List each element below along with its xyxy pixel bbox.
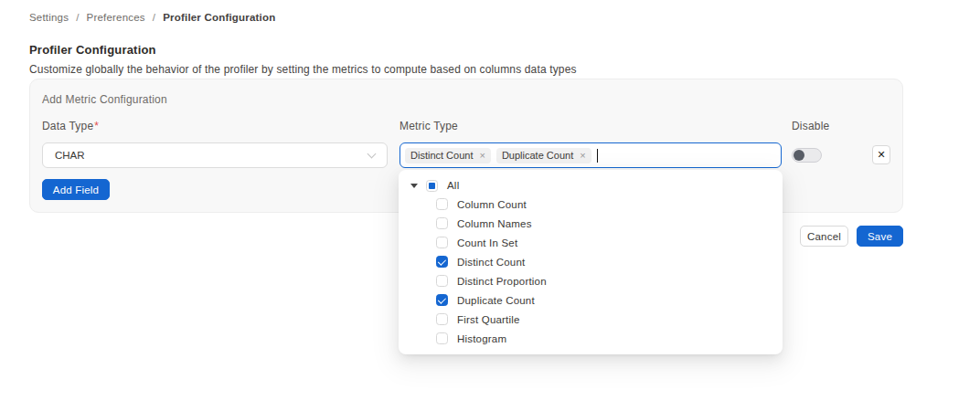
add-field-button[interactable]: Add Field — [42, 179, 110, 200]
dropdown-option[interactable]: Histogram — [399, 329, 783, 348]
dropdown-option-label: Column Names — [457, 218, 532, 229]
checkbox-checked[interactable] — [436, 294, 448, 306]
metric-tag: Distinct Count× — [405, 148, 491, 163]
toggle-knob — [794, 150, 804, 161]
disable-toggle[interactable] — [792, 148, 822, 163]
save-button[interactable]: Save — [857, 226, 903, 247]
dropdown-option[interactable]: First Quartile — [399, 310, 783, 329]
dropdown-option-label: Count In Set — [457, 237, 517, 248]
metric-options-list: Column CountColumn NamesCount In SetDist… — [399, 195, 783, 348]
breadcrumb-separator: / — [76, 12, 79, 23]
metric-type-dropdown: All Column CountColumn NamesCount In Set… — [399, 170, 783, 354]
disable-label: Disable — [792, 120, 829, 132]
text-cursor — [597, 149, 599, 163]
tree-expand-icon[interactable] — [410, 184, 418, 188]
required-asterisk: * — [94, 120, 99, 132]
panel-title: Add Metric Configuration — [42, 93, 167, 106]
checkbox-unchecked[interactable] — [436, 217, 448, 229]
cancel-button[interactable]: Cancel — [800, 226, 848, 247]
metric-tag-label: Duplicate Count — [502, 150, 573, 161]
metric-tag: Duplicate Count× — [496, 148, 591, 163]
metric-tag-label: Distinct Count — [410, 150, 473, 161]
profiler-configuration-page: Settings/Preferences/Profiler Configurat… — [0, 0, 980, 411]
checkbox-unchecked[interactable] — [436, 198, 448, 210]
dropdown-option[interactable]: Count In Set — [399, 233, 783, 252]
page-subtitle: Customize globally the behavior of the p… — [29, 63, 577, 76]
dropdown-option-label: Duplicate Count — [457, 295, 535, 306]
dropdown-option-label: First Quartile — [457, 314, 520, 325]
tag-remove-icon[interactable]: × — [580, 151, 585, 161]
metric-type-input[interactable]: Distinct Count×Duplicate Count× — [399, 142, 782, 168]
breadcrumb-item[interactable]: Settings — [29, 12, 69, 23]
checkbox-unchecked[interactable] — [436, 237, 448, 248]
dropdown-option[interactable]: Distinct Proportion — [399, 271, 783, 290]
remove-row-button[interactable]: ✕ — [872, 145, 890, 164]
data-type-select[interactable]: CHAR — [42, 142, 388, 168]
checkbox-unchecked[interactable] — [436, 332, 448, 344]
dropdown-select-all-row[interactable]: All — [399, 176, 783, 195]
tag-remove-icon[interactable]: × — [479, 151, 485, 161]
dropdown-option-label: Histogram — [457, 333, 506, 344]
dropdown-option-label: Distinct Proportion — [457, 276, 547, 287]
select-all-label: All — [447, 180, 459, 191]
data-type-label: Data Type* — [42, 120, 99, 132]
breadcrumb-separator: / — [153, 12, 155, 23]
select-all-checkbox-indeterminate[interactable] — [426, 180, 438, 192]
data-type-selected-value: CHAR — [55, 150, 85, 161]
dropdown-option-label: Distinct Count — [457, 257, 525, 268]
dropdown-option[interactable]: Column Count — [399, 195, 783, 214]
checkbox-unchecked[interactable] — [436, 313, 448, 325]
checkbox-checked[interactable] — [436, 256, 448, 268]
checkbox-unchecked[interactable] — [436, 275, 448, 287]
breadcrumb: Settings/Preferences/Profiler Configurat… — [29, 12, 275, 23]
breadcrumb-item[interactable]: Preferences — [87, 12, 145, 23]
dropdown-option[interactable]: Duplicate Count — [399, 290, 783, 310]
dropdown-option[interactable]: Distinct Count — [399, 252, 783, 271]
data-type-label-text: Data Type — [42, 120, 93, 132]
dropdown-option[interactable]: Column Names — [399, 214, 783, 233]
metric-type-label: Metric Type — [399, 120, 458, 132]
breadcrumb-item[interactable]: Profiler Configuration — [163, 12, 275, 23]
page-title: Profiler Configuration — [29, 43, 156, 57]
dropdown-option-label: Column Count — [457, 199, 527, 210]
chevron-down-icon — [368, 149, 377, 158]
